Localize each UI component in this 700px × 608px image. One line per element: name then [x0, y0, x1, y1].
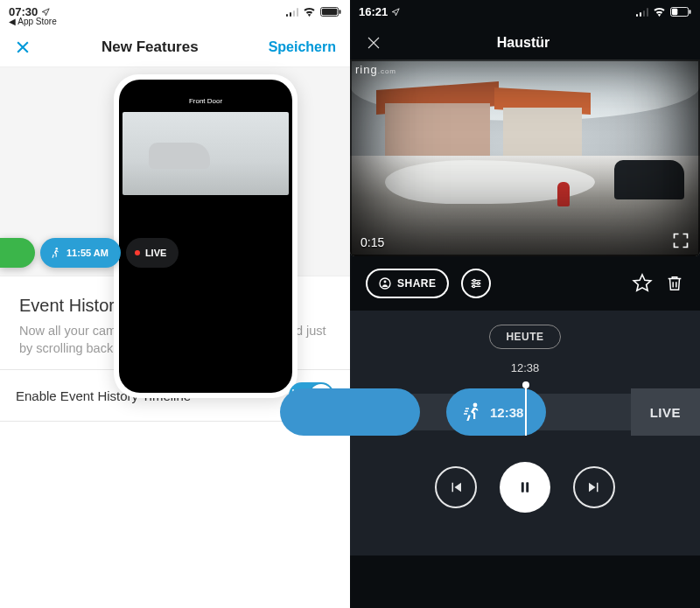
status-bar: 16:21 — [350, 0, 700, 31]
timeline-panel: HEUTE 12:38 12:38 LIVE — [350, 311, 700, 556]
cellular-icon — [636, 8, 649, 17]
status-bar: 07:30 ◀ App Store — [0, 0, 350, 31]
wifi-icon — [653, 7, 666, 17]
ring-watermark: ring.com — [355, 63, 396, 76]
svg-rect-14 — [526, 482, 528, 493]
favorite-button[interactable] — [632, 273, 653, 294]
event-chip-prev — [0, 238, 35, 268]
svg-point-11 — [472, 285, 475, 288]
phone-mockup: Front Door — [114, 74, 298, 398]
motion-icon — [462, 402, 483, 423]
nav-bar: New Features Speichern — [0, 31, 350, 66]
fullscreen-icon — [672, 232, 690, 249]
svg-point-3 — [55, 248, 58, 250]
live-dot-icon — [135, 250, 140, 255]
event-pill-current[interactable]: 12:38 — [446, 388, 546, 436]
event-chip-time: 11:55 AM — [66, 248, 108, 258]
close-button[interactable] — [366, 35, 382, 51]
wifi-icon — [303, 7, 316, 17]
svg-rect-13 — [522, 482, 524, 493]
share-button[interactable]: SHARE — [366, 269, 449, 298]
save-button[interactable]: Speichern — [269, 39, 336, 55]
fullscreen-button[interactable] — [672, 232, 690, 249]
playhead-timestamp: 12:38 — [350, 361, 700, 374]
close-button[interactable] — [14, 38, 32, 56]
event-chip-motion: 11:55 AM — [40, 238, 121, 268]
playback-controls — [350, 462, 700, 513]
cellular-icon — [286, 8, 299, 17]
battery-icon — [320, 7, 341, 17]
sliders-icon — [469, 276, 483, 290]
star-icon — [632, 273, 653, 294]
svg-point-10 — [477, 283, 480, 285]
skip-previous-icon — [448, 479, 464, 495]
camera-title: Haustür — [497, 35, 550, 51]
location-icon — [391, 8, 400, 17]
event-pill-time: 12:38 — [490, 405, 523, 420]
event-timeline[interactable]: 12:38 LIVE — [350, 383, 700, 436]
nav-bar: Haustür — [350, 31, 700, 59]
skip-next-icon — [586, 479, 602, 495]
mock-camera-label: Front Door — [119, 97, 292, 108]
location-icon — [41, 8, 50, 17]
next-button[interactable] — [573, 466, 615, 508]
share-icon — [378, 276, 392, 290]
page-title: New Features — [102, 38, 199, 56]
trash-icon — [665, 273, 684, 294]
pause-button[interactable] — [500, 462, 550, 513]
back-to-app[interactable]: ◀ App Store — [9, 17, 57, 26]
playhead-indicator[interactable] — [525, 383, 527, 436]
event-viewer-screen: 16:21 Haustür ring.com 0:15 SHARE — [350, 0, 700, 608]
svg-rect-2 — [340, 10, 341, 14]
settings-screen: 07:30 ◀ App Store New Features Speichern… — [0, 0, 350, 608]
svg-point-7 — [380, 278, 390, 289]
previous-button[interactable] — [435, 466, 477, 508]
event-pill-previous[interactable] — [280, 388, 420, 436]
playback-elapsed: 0:15 — [360, 235, 384, 249]
close-icon — [14, 38, 32, 56]
status-time: 16:21 — [359, 5, 388, 18]
svg-point-12 — [473, 403, 478, 408]
action-bar: SHARE — [350, 256, 700, 311]
svg-point-9 — [472, 279, 475, 282]
feature-illustration: Front Door 11:55 AM LIVE — [0, 66, 350, 276]
live-chip: LIVE — [126, 238, 178, 268]
close-icon — [366, 35, 382, 51]
motion-icon — [49, 247, 61, 259]
pause-icon — [516, 479, 534, 496]
delete-button[interactable] — [665, 273, 684, 294]
live-tile[interactable]: LIVE — [631, 388, 700, 436]
filter-button[interactable] — [461, 269, 491, 298]
svg-point-8 — [384, 281, 387, 283]
svg-rect-1 — [322, 9, 337, 15]
video-preview[interactable]: ring.com 0:15 — [350, 59, 700, 256]
date-pill[interactable]: HEUTE — [489, 325, 560, 349]
battery-icon — [670, 7, 691, 17]
svg-rect-6 — [690, 10, 691, 14]
svg-rect-5 — [672, 9, 677, 15]
